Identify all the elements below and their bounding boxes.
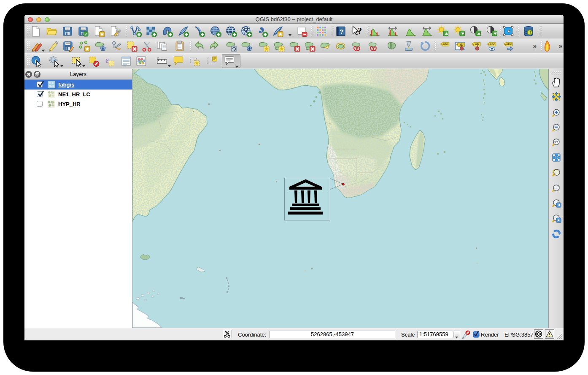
svg-text:abc: abc: [506, 42, 512, 46]
svg-text:ε: ε: [105, 55, 109, 65]
svg-text:abc: abc: [443, 42, 449, 46]
svg-text:?: ?: [340, 28, 343, 35]
svg-text:»: »: [559, 42, 563, 49]
svg-text:1:1: 1:1: [554, 141, 558, 144]
svg-text:»: »: [533, 42, 537, 49]
svg-text:abc: abc: [490, 42, 496, 46]
svg-text:?: ?: [358, 26, 362, 35]
